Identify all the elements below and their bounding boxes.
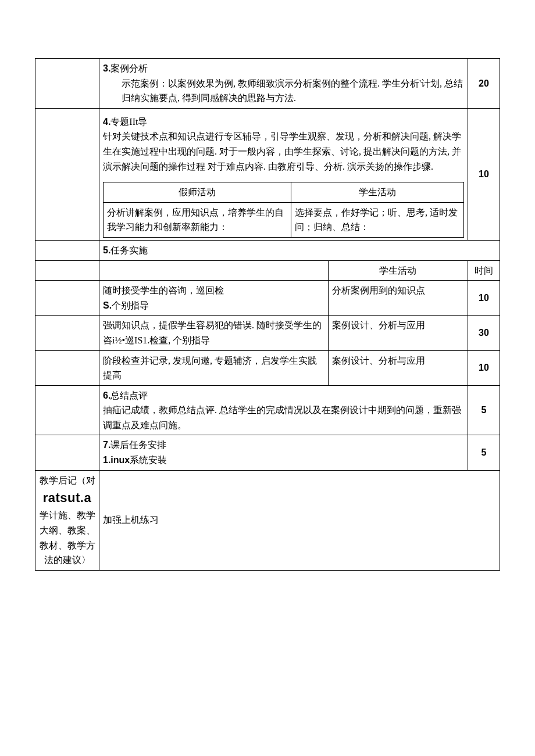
left-empty-cell — [35, 240, 99, 260]
table-row: 阶段检查并记录, 发现问邀, 专题辅济，启发学生实践提高 案例设计、分析与应用 … — [35, 350, 500, 385]
left-empty-cell — [35, 350, 99, 385]
left-empty-cell — [35, 316, 99, 350]
task-right-cell: 案例设计、分析与应用 — [328, 316, 468, 350]
inner-cell-left: 分析讲解案例，应用知识点，培养学生的自我学习能力和创新率新能力： — [104, 202, 291, 237]
item-number: 5. — [103, 245, 110, 255]
table-row: 教学后记（对 ratsut.a 学计施、教学大纲、教案、教材、教学方法的建议〉 … — [35, 470, 500, 570]
time-cell: 10 — [468, 108, 500, 240]
content-cell: 4.专题IIt导 针对关键技术点和知识点进行专区辅导，引导学生观察、发现，分析和… — [99, 108, 468, 240]
table-row: 分析讲解案例，应用知识点，培养学生的自我学习能力和创新率新能力： 选择要点，作好… — [104, 202, 464, 237]
table-row: 5.任务实施 — [35, 240, 500, 260]
task-left-cell: 随时接受学生的咨询，巡回检 S.个别指导 — [99, 281, 329, 316]
item-body: 示范案例：以案例效果为例, 教师细致演示分析案例的整个流程. 学生分析'计划, … — [103, 76, 464, 106]
item-number: 3. — [103, 63, 110, 73]
sub-bold: 1.inux — [103, 455, 130, 465]
left-empty-cell — [35, 385, 99, 435]
item-body: 抽疝记成绩，教师总结点评. 总结学生的完成情况以及在案例设计中期到的问题，重新强… — [103, 405, 461, 430]
task-left-cell: 强调知识点，提假学生容易犯的错误. 随时接受学生的咨i½•巡IS1.检查, 个别… — [99, 316, 329, 350]
time-value: 5 — [482, 447, 487, 457]
table-row: 随时接受学生的咨询，巡回检 S.个别指导 分析案例用到的知识点 10 — [35, 281, 500, 316]
footer-left-cell: 教学后记（对 ratsut.a 学计施、教学大纲、教案、教材、教学方法的建议〉 — [35, 470, 99, 570]
task-text-a: 随时接受学生的咨询，巡回检 — [103, 285, 224, 295]
item-title: 总结点评 — [110, 390, 148, 400]
footer-right-cell: 加强上机练习 — [99, 470, 500, 570]
item-title: 专题IIt导 — [110, 117, 147, 127]
table-row: 6.总结点评 抽疝记成绩，教师总结点评. 总结学生的完成情况以及在案例设计中期到… — [35, 385, 500, 435]
inner-cell-right: 选择要点，作好学记；听、思考, 适时发问；归纳、总结： — [291, 202, 464, 237]
time-cell: 10 — [468, 350, 500, 385]
task-header-time: 时间 — [468, 260, 500, 281]
time-value: 10 — [479, 169, 489, 179]
time-cell: 20 — [468, 59, 500, 109]
item-number: 4. — [103, 117, 110, 127]
content-cell: 7.课后任务安排 1.inux系统安装 — [99, 435, 468, 470]
item-title: 任务实施 — [110, 245, 148, 255]
content-cell: 6.总结点评 抽疝记成绩，教师总结点评. 总结学生的完成情况以及在案例设计中期到… — [99, 385, 468, 435]
time-value: 20 — [479, 78, 489, 88]
item-title: 案例分析 — [110, 63, 148, 73]
time-cell: 5 — [468, 385, 500, 435]
table-row: 假师活动 学生活动 — [104, 182, 464, 203]
task-header-right: 学生活动 — [328, 260, 468, 281]
task-bold: S. — [103, 300, 112, 310]
time-cell: 5 — [468, 435, 500, 470]
time-value: 30 — [479, 328, 489, 338]
time-value: 5 — [482, 405, 487, 415]
task-right-cell: 案例设计、分析与应用 — [328, 350, 468, 385]
content-cell: 3.案例分析 示范案例：以案例效果为例, 教师细致演示分析案例的整个流程. 学生… — [99, 59, 468, 109]
task-header-left-empty — [99, 260, 329, 281]
document-page: 3.案例分析 示范案例：以案例效果为例, 教师细致演示分析案例的整个流程. 学生… — [0, 0, 535, 605]
item-number: 6. — [103, 390, 110, 400]
time-value: 10 — [479, 363, 489, 372]
item-number: 7. — [103, 440, 110, 450]
table-row: 7.课后任务安排 1.inux系统安装 5 — [35, 435, 500, 470]
task-left-cell: 阶段检查并记录, 发现问邀, 专题辅济，启发学生实践提高 — [99, 350, 329, 385]
inner-header-left: 假师活动 — [104, 182, 291, 203]
inner-activity-table: 假师活动 学生活动 分析讲解案例，应用知识点，培养学生的自我学习能力和创新率新能… — [103, 182, 464, 238]
task-right-cell: 分析案例用到的知识点 — [328, 281, 468, 316]
inner-header-right: 学生活动 — [291, 182, 464, 203]
footer-text-1: 教学后记（对 — [40, 475, 95, 485]
item-body: 针对关键技术点和知识点进行专区辅导，引导学生观察、发现，分析和解决问题, 解决学… — [103, 131, 461, 171]
table-row: 3.案例分析 示范案例：以案例效果为例, 教师细致演示分析案例的整个流程. 学生… — [35, 59, 500, 109]
table-row: 学生活动 时间 — [35, 260, 500, 281]
table-row: 强调知识点，提假学生容易犯的错误. 随时接受学生的咨i½•巡IS1.检查, 个别… — [35, 316, 500, 350]
content-cell: 5.任务实施 — [99, 240, 500, 260]
left-empty-cell — [35, 59, 99, 109]
time-cell: 30 — [468, 316, 500, 350]
footer-text-2: 学计施、教学大纲、教案、教材、教学方法的建议〉 — [40, 510, 95, 565]
left-empty-cell — [35, 281, 99, 316]
left-empty-cell — [35, 260, 99, 281]
item-title: 课后任务安排 — [110, 440, 166, 450]
time-cell: 10 — [468, 281, 500, 316]
left-empty-cell — [35, 435, 99, 470]
task-text-b: 个别指导 — [112, 300, 149, 310]
left-empty-cell — [35, 108, 99, 240]
table-row: 4.专题IIt导 针对关键技术点和知识点进行专区辅导，引导学生观察、发现，分析和… — [35, 108, 500, 240]
footer-big: ratsut.a — [43, 490, 91, 505]
time-value: 10 — [479, 293, 489, 303]
main-table: 3.案例分析 示范案例：以案例效果为例, 教师细致演示分析案例的整个流程. 学生… — [35, 58, 500, 571]
sub-rest: 系统安装 — [130, 455, 167, 465]
